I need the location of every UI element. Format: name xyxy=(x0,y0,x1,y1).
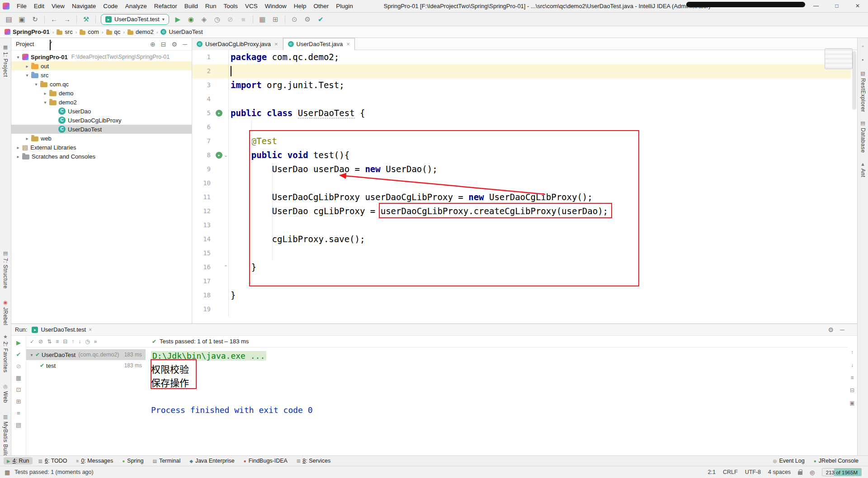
toolwindow-java-enterprise[interactable]: ◆Java Enterprise xyxy=(186,457,238,464)
run-config-selector[interactable]: ▸UserDaoTest.test▾ xyxy=(101,14,169,25)
menu-build[interactable]: Build xyxy=(181,0,202,12)
run-anything-icon[interactable]: ⊘ xyxy=(224,14,236,25)
tree-expanded-icon[interactable]: ▾ xyxy=(23,73,31,78)
line-number[interactable]: 7 xyxy=(192,134,214,148)
rerun-failed-icon[interactable]: ✔ xyxy=(16,351,21,358)
toolwindow-toggle-icon[interactable]: ▦ xyxy=(5,469,10,476)
line-number[interactable]: 17 xyxy=(192,274,214,288)
scroll-up-icon[interactable]: ↑ xyxy=(851,349,854,356)
toolwindow-button-jrebel[interactable]: ◉JRebel xyxy=(2,300,9,325)
close-icon[interactable]: × xyxy=(274,41,278,47)
menu-run[interactable]: Run xyxy=(202,0,220,12)
close-button[interactable]: ✕ xyxy=(847,0,868,12)
editor-tab-userdaocglibproxy-java[interactable]: CUserDaoCgLibProxy.java× xyxy=(192,38,283,50)
clear-console-icon[interactable]: ▣ xyxy=(849,400,854,406)
debug-icon[interactable]: ◉ xyxy=(185,14,197,25)
toolwindow-button-1-project[interactable]: ▦1: Project xyxy=(2,44,9,77)
tree-expanded-icon[interactable]: ▾ xyxy=(32,82,40,87)
stop-icon[interactable]: ⊘ xyxy=(16,363,21,370)
search-everywhere-icon[interactable]: ⊙ xyxy=(288,14,301,25)
help-icon[interactable]: ▤ xyxy=(16,422,21,428)
menu-tools[interactable]: Tools xyxy=(220,0,242,12)
project-tree-item-demo[interactable]: ▸demo xyxy=(11,89,192,98)
project-tree-item-userdao[interactable]: CUserDao xyxy=(11,107,192,116)
scroll-down-icon[interactable]: ↓ xyxy=(851,362,854,368)
project-panel-title[interactable]: Project xyxy=(16,41,34,47)
rerun-icon[interactable]: ▶ xyxy=(16,339,21,346)
chevron-down-icon[interactable]: ▾ xyxy=(50,40,51,50)
line-number[interactable]: 9 xyxy=(192,162,214,176)
toolwindow-event-log[interactable]: ◎Event Log xyxy=(770,457,808,464)
line-number[interactable]: 2 xyxy=(192,64,214,78)
toolwindow-terminal[interactable]: ▤Terminal xyxy=(149,457,184,464)
tree-expanded-icon[interactable]: ▾ xyxy=(14,55,22,60)
toolwindow-button-7-structure[interactable]: ▤7: Structure xyxy=(2,250,9,289)
caret-position-widget[interactable]: 2:1 xyxy=(708,469,716,475)
menu-window[interactable]: Window xyxy=(261,0,290,12)
project-tree-item-springpro-01[interactable]: ▾SpringPro-01F:\IdeaProjectTwo\Spring\Sp… xyxy=(11,52,192,61)
code-area[interactable]: 1package com.qc.demo2;23import org.junit… xyxy=(192,50,851,323)
more-icon[interactable]: » xyxy=(94,338,97,345)
toolwindow-button-web[interactable]: ◎Web xyxy=(2,384,9,403)
line-number[interactable]: 11 xyxy=(192,190,214,204)
breadcrumb-item-demo2[interactable]: demo2 xyxy=(127,28,154,35)
tree-collapsed-icon[interactable]: ▸ xyxy=(41,91,49,96)
minimize-button[interactable]: — xyxy=(806,0,826,12)
project-tree-item-userdaocglibproxy[interactable]: CUserDaoCgLibProxy xyxy=(11,116,192,125)
settings-icon[interactable]: ⚙ xyxy=(828,326,834,333)
line-number[interactable]: 14 xyxy=(192,232,214,246)
menu-navigate[interactable]: Navigate xyxy=(68,0,99,12)
project-tree-item-external-libraries[interactable]: ▸▤External Libraries xyxy=(11,143,192,152)
test-tree-item-userdaotest[interactable]: ▾✔UserDaoTest(com.qc.demo2)183 ms xyxy=(26,349,146,360)
line-number[interactable]: 18 xyxy=(192,288,214,302)
line-separator-widget[interactable]: CRLF xyxy=(723,469,738,475)
toolwindow-button-database[interactable]: ▤Database xyxy=(860,120,866,153)
menu-analyze[interactable]: Analyze xyxy=(122,0,151,12)
breadcrumb-item-src[interactable]: src xyxy=(57,28,72,35)
encoding-widget[interactable]: UTF-8 xyxy=(745,469,761,475)
line-number[interactable]: 8 xyxy=(192,148,214,162)
sort-duration-icon[interactable]: ≡ xyxy=(56,338,59,345)
tree-expanded-icon[interactable]: ▾ xyxy=(28,352,35,357)
toolwindow-8-services[interactable]: ⊞8: Services xyxy=(293,457,334,464)
maximize-button[interactable]: □ xyxy=(826,0,847,12)
toolwindow-jrebel-console[interactable]: ●JRebel Console xyxy=(811,457,862,464)
tree-collapsed-icon[interactable]: ▸ xyxy=(23,136,31,141)
project-tree-item-scratches-and-consoles[interactable]: ▸Scratches and Consoles xyxy=(11,152,192,161)
toolwindow-button-ant[interactable]: ▲Ant xyxy=(860,161,866,178)
tree-collapsed-icon[interactable]: ▸ xyxy=(23,64,31,69)
memory-indicator[interactable]: 213 of 1965M xyxy=(822,468,862,476)
toolwindow-spring[interactable]: ●Spring xyxy=(119,457,146,464)
line-number[interactable]: 1 xyxy=(192,50,214,64)
locate-file-icon[interactable]: ⊕ xyxy=(150,41,156,48)
filter-icon[interactable]: ▦ xyxy=(16,375,21,381)
menu-help[interactable]: Help xyxy=(290,0,310,12)
toolwindow-button-restexplorer[interactable]: ▧RestExplorer xyxy=(860,70,866,112)
run-test-icon[interactable]: ▸ xyxy=(216,152,222,159)
settings-icon[interactable]: ⚙ xyxy=(302,14,314,25)
fold-marker-icon[interactable]: ⌄ xyxy=(224,148,228,162)
line-number[interactable]: 19 xyxy=(192,302,214,316)
line-number[interactable]: 5 xyxy=(192,106,214,120)
toolwindow-button-2-favorites[interactable]: ★2: Favorites xyxy=(2,334,9,373)
project-tree-item-userdaotest[interactable]: CUserDaoTest xyxy=(11,125,192,134)
options-icon[interactable]: ≡ xyxy=(17,410,20,417)
status-message[interactable]: Tests passed: 1 (moments ago) xyxy=(14,469,93,475)
sort-alpha-icon[interactable]: ⇅ xyxy=(47,338,52,345)
project-tree-item-web[interactable]: ▸web xyxy=(11,134,192,143)
menu-plugin[interactable]: Plugin xyxy=(332,0,357,12)
menu-edit[interactable]: Edit xyxy=(30,0,48,12)
pin-icon[interactable]: ⊞ xyxy=(16,398,21,405)
hide-panel-icon[interactable]: ─ xyxy=(840,326,844,333)
soft-wrap-icon[interactable]: ≡ xyxy=(850,375,854,381)
menu-view[interactable]: View xyxy=(48,0,68,12)
run-panel-tab[interactable]: ▸ UserDaoTest.test × xyxy=(32,326,92,333)
run-test-icon[interactable]: ▸ xyxy=(216,110,222,117)
editor-scrollbar[interactable] xyxy=(851,50,857,323)
project-tree-item-out[interactable]: ▸out xyxy=(11,61,192,70)
tree-collapsed-icon[interactable]: ▸ xyxy=(14,145,22,150)
line-number[interactable]: 15 xyxy=(192,246,214,260)
tree-expanded-icon[interactable]: ▾ xyxy=(41,100,49,105)
menu-refactor[interactable]: Refactor xyxy=(151,0,181,12)
toolwindow-4-run[interactable]: ▶4: Run xyxy=(4,457,33,464)
